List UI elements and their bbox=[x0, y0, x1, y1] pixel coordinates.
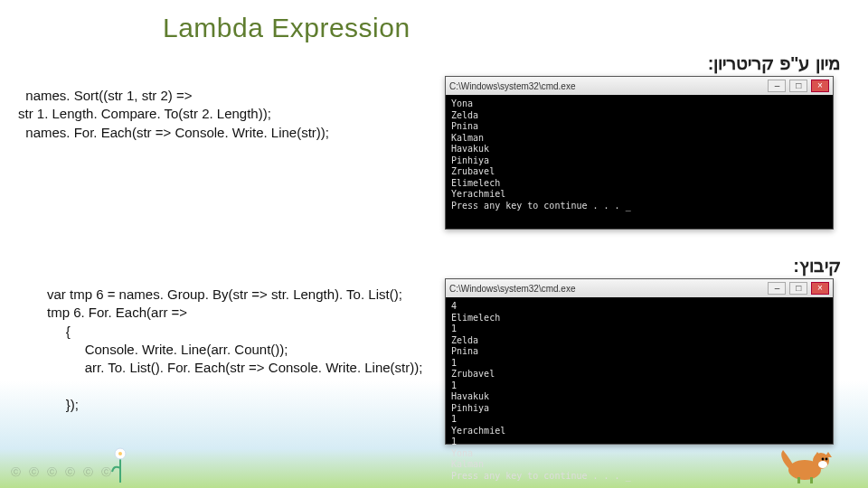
svg-point-7 bbox=[818, 461, 827, 468]
maximize-button[interactable]: □ bbox=[789, 282, 807, 295]
terminal-output-sort: Yona Zelda Pnina Kalman Havakuk Pinhiya … bbox=[446, 95, 833, 215]
minimize-button[interactable]: – bbox=[768, 80, 786, 92]
terminal-title-text: C:\Windows\system32\cmd.exe bbox=[449, 284, 576, 294]
code-block-sort: names. Sort((str 1, str 2) => str 1. Len… bbox=[18, 87, 329, 142]
svg-point-9 bbox=[826, 458, 828, 461]
subtitle-group: קיבוץ: bbox=[793, 255, 841, 277]
close-button[interactable]: × bbox=[811, 282, 829, 295]
slide-title: Lambda Expression bbox=[163, 13, 410, 43]
window-buttons: – □ × bbox=[767, 80, 829, 92]
svg-rect-10 bbox=[797, 477, 800, 483]
terminal-titlebar: C:\Windows\system32\cmd.exe – □ × bbox=[446, 77, 833, 95]
svg-point-8 bbox=[822, 458, 825, 461]
code-block-group: var tmp 6 = names. Group. By(str => str.… bbox=[47, 286, 422, 414]
fox-icon bbox=[778, 439, 841, 484]
window-buttons: – □ × bbox=[767, 282, 829, 295]
svg-rect-11 bbox=[810, 477, 813, 483]
svg-point-2 bbox=[118, 452, 122, 455]
terminal-titlebar: C:\Windows\system32\cmd.exe – □ × bbox=[446, 279, 833, 297]
slide: Lambda Expression מיון ע"פ קריטריון: nam… bbox=[0, 0, 868, 488]
terminal-group: C:\Windows\system32\cmd.exe – □ × 4 Elim… bbox=[445, 278, 834, 445]
terminal-sort: C:\Windows\system32\cmd.exe – □ × Yona Z… bbox=[445, 76, 834, 230]
maximize-button[interactable]: □ bbox=[789, 80, 807, 92]
subtitle-sort: מיון ע"פ קריטריון: bbox=[708, 52, 841, 74]
minimize-button[interactable]: – bbox=[768, 282, 786, 295]
terminal-output-group: 4 Elimelech 1 Zelda Pnina 1 Zrubavel 1 H… bbox=[446, 297, 833, 485]
cc-icons: ⓒ ⓒ ⓒ ⓒ ⓒ ⓒ bbox=[11, 465, 114, 479]
close-button[interactable]: × bbox=[811, 80, 829, 92]
terminal-title-text: C:\Windows\system32\cmd.exe bbox=[449, 81, 576, 91]
